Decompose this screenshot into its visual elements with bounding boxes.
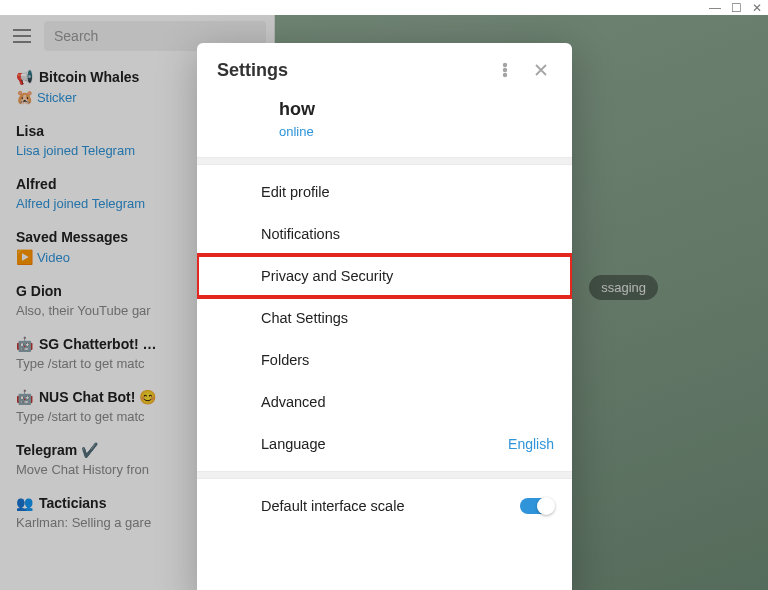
settings-row-label: Folders xyxy=(261,352,554,368)
settings-row-label: Chat Settings xyxy=(261,310,554,326)
info-icon xyxy=(215,181,237,203)
eye-icon xyxy=(215,495,237,517)
svg-point-0 xyxy=(504,64,507,67)
bell-icon xyxy=(215,223,237,245)
close-window-button[interactable]: ✕ xyxy=(752,2,762,14)
settings-row-advanced[interactable]: Advanced xyxy=(197,381,572,423)
settings-row-notifications[interactable]: Notifications xyxy=(197,213,572,255)
settings-row-privacy[interactable]: Privacy and Security xyxy=(197,255,572,297)
close-icon[interactable] xyxy=(528,57,554,83)
settings-menu: Edit profileNotificationsPrivacy and Sec… xyxy=(197,165,572,471)
settings-row-label: Advanced xyxy=(261,394,554,410)
svg-point-2 xyxy=(504,74,507,77)
settings-row-value: English xyxy=(508,436,554,452)
folder-icon xyxy=(215,349,237,371)
svg-point-8 xyxy=(224,504,229,509)
profile-section[interactable]: how online xyxy=(197,93,572,157)
more-icon[interactable] xyxy=(492,57,518,83)
minimize-button[interactable]: — xyxy=(709,2,721,14)
default-scale-label: Default interface scale xyxy=(261,498,496,514)
svg-point-3 xyxy=(218,184,235,201)
profile-name: how xyxy=(279,99,552,120)
lock-icon xyxy=(215,265,237,287)
svg-rect-7 xyxy=(219,437,234,452)
svg-rect-4 xyxy=(221,275,232,283)
titlebar: — ☐ ✕ xyxy=(0,0,768,15)
svg-point-1 xyxy=(504,69,507,72)
settings-row-label: Edit profile xyxy=(261,184,554,200)
settings-title: Settings xyxy=(217,60,482,81)
settings-row-chat-settings[interactable]: Chat Settings xyxy=(197,297,572,339)
svg-point-5 xyxy=(219,397,223,401)
default-scale-row[interactable]: Default interface scale xyxy=(197,485,572,527)
settings-row-edit-profile[interactable]: Edit profile xyxy=(197,171,572,213)
settings-modal: Settings how online Edit profileNotifica… xyxy=(197,43,572,590)
svg-point-6 xyxy=(230,404,234,408)
separator xyxy=(197,471,572,479)
settings-row-label: Notifications xyxy=(261,226,554,242)
settings-row-label: Language xyxy=(261,436,484,452)
chat-icon xyxy=(215,307,237,329)
scale-toggle[interactable] xyxy=(520,498,554,514)
separator xyxy=(197,157,572,165)
settings-row-language[interactable]: LanguageEnglish xyxy=(197,423,572,465)
profile-status: online xyxy=(279,124,552,139)
maximize-button[interactable]: ☐ xyxy=(731,2,742,14)
settings-row-label: Privacy and Security xyxy=(261,268,554,284)
settings-row-folders[interactable]: Folders xyxy=(197,339,572,381)
language-icon xyxy=(215,433,237,455)
sliders-icon xyxy=(215,391,237,413)
